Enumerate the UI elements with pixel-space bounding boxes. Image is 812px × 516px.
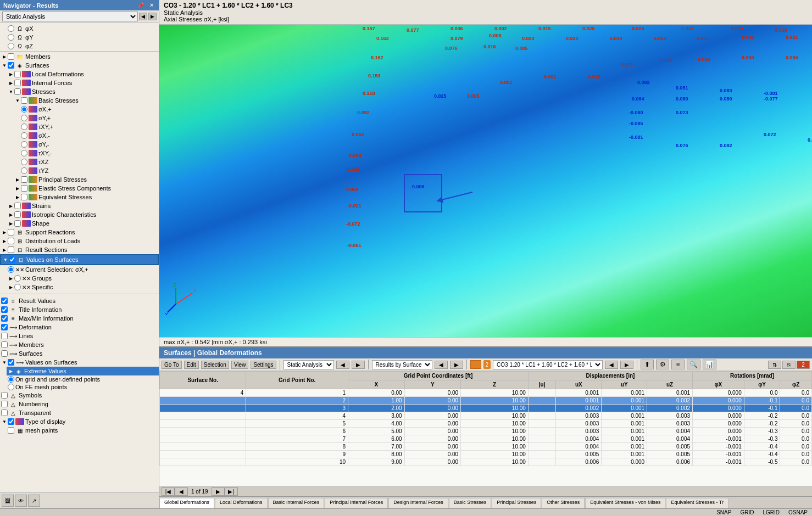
expand-stresses[interactable]: ▼ [8,88,14,95]
first-page-btn[interactable]: |◀ [162,487,175,496]
radio-phi-x[interactable] [8,25,14,32]
check-equivalent-stresses[interactable] [21,194,27,200]
next-co-btn[interactable]: ▶ [620,361,633,369]
lgrid-status[interactable]: LGRID [763,509,780,515]
check-stresses[interactable] [14,88,21,95]
bottom-tab-8[interactable]: Equivalent Stresses - von Mises [585,498,665,508]
check-internal-forces[interactable] [14,80,21,86]
radio-on-grid[interactable] [8,376,14,383]
check-values-surfaces-node[interactable] [8,359,14,366]
expand-isotropic[interactable]: ▶ [8,211,14,218]
expand-dist-loads[interactable]: ▶ [1,238,8,244]
zoom-btn[interactable]: 🔍 [687,360,700,369]
tree-sigma-x-minus[interactable]: σX,- [20,131,159,140]
next-page-btn[interactable]: ▶ [212,487,225,496]
radio-groups[interactable] [14,275,21,282]
tree-isotropic[interactable]: ▶ Isotropic Characteristics [7,210,159,219]
tree-phi-z[interactable]: Ω φZ [7,42,159,51]
nav-tool-eye[interactable]: 👁 [15,495,27,507]
last-page-btn[interactable]: ▶| [225,487,238,496]
tree-tau-yz[interactable]: τYZ [20,166,159,175]
radio-tau-xy-plus[interactable] [21,124,27,130]
expand-principal-stresses[interactable]: ▶ [14,176,21,183]
check-members-node[interactable] [1,341,8,348]
expand-equivalent-stresses[interactable]: ▶ [14,194,21,200]
table-row[interactable]: 76.000.0010.000.0040.0010.004-0.001-0.30… [160,435,812,443]
tree-distribution-loads[interactable]: ▶ ⊞ Distribution of Loads [0,237,159,245]
nav-close-button[interactable]: ✕ [148,2,155,9]
table-row[interactable]: 87.000.0010.000.0040.0010.005-0.001-0.40… [160,443,812,451]
tree-current-selection[interactable]: ✕✕ Current Selection: σX,+ [7,265,159,274]
tree-shape[interactable]: ▶ Shape [7,219,159,228]
tree-members-node[interactable]: ⟿ Members [0,340,159,349]
expand-result-sections[interactable]: ▶ [1,246,8,253]
tree-symbols[interactable]: △ Symbols [0,391,159,400]
radio-current-selection[interactable] [8,266,14,273]
check-principal-stresses[interactable] [21,176,27,183]
radio-sigma-x-minus[interactable] [21,132,27,139]
radio-sigma-y-minus[interactable] [21,141,27,148]
menu-selection[interactable]: Selection [201,361,229,369]
radio-sigma-x-plus[interactable] [21,106,27,113]
tree-local-deformations[interactable]: ▶ Local Deformations [7,70,159,78]
check-local-def[interactable] [14,71,21,77]
tree-result-values[interactable]: ≡ Result Values [0,296,159,305]
check-surfaces-node[interactable] [1,350,8,357]
tree-equivalent-stresses[interactable]: ▶ Equivalent Stresses [13,193,159,201]
tree-surfaces[interactable]: ▼ ◈ Surfaces [0,61,159,70]
menu-goto[interactable]: Go To [162,361,182,369]
prev-co-btn[interactable]: ◀ [605,361,618,369]
table-row[interactable]: 109.000.0010.000.0060.0000.006-0.001-0.5… [160,458,812,466]
check-basic-stresses[interactable] [21,97,27,104]
tree-result-sections[interactable]: ▶ ⊡ Result Sections [0,245,159,254]
bottom-tab-1[interactable]: Local Deformations [215,498,268,508]
visualization-viewport[interactable]: 0.157 0.077 0.006 0.002 0.015 0.020 0.02… [159,25,812,337]
check-elastic-stress[interactable] [21,185,27,192]
expand-extreme-values[interactable]: ▶ [8,368,14,374]
tree-support-reactions[interactable]: ▶ ⊞ Support Reactions [0,228,159,237]
check-support-reactions[interactable] [8,229,14,235]
table-row[interactable]: 43.000.0010.000.0030.0010.0030.000-0.20.… [160,412,812,420]
tree-groups[interactable]: ▶ ✕✕ Groups [7,274,159,283]
tree-members[interactable]: ▶ 📁 Members [0,52,159,61]
table-row[interactable]: 21.000.0010.000.0010.0010.0020.000-0.10.… [160,397,812,405]
tree-stresses[interactable]: ▼ Stresses [7,87,159,96]
check-lines[interactable] [1,333,8,339]
analysis-select-bottom[interactable]: Static Analysis [283,360,334,369]
tree-on-fe-mesh[interactable]: On FE mesh points [7,383,159,391]
nav-pin-button[interactable]: 📌 [136,2,146,9]
analysis-select[interactable]: Static Analysis [2,12,138,21]
tree-on-grid-points[interactable]: On grid and user-defined points [7,375,159,383]
nav-prev-arrow[interactable]: ◀ [139,13,147,20]
menu-view[interactable]: View [231,361,249,369]
tree-phi-y[interactable]: Ω φY [7,33,159,42]
co-select[interactable]: CO3 1.20 * LC1 + 1.60 * LC2 + 1.60 * L..… [493,360,603,369]
check-result-sections[interactable] [8,246,14,253]
check-members[interactable] [8,53,14,60]
tree-mesh-paints[interactable]: ▦ mesh paints [7,426,159,435]
next-analysis-btn[interactable]: ▶ [352,361,365,369]
table-row[interactable]: 32.000.0010.000.0020.0010.0020.000-0.10.… [160,405,812,412]
radio-tau-xy-minus[interactable] [21,150,27,156]
expand-surfaces[interactable]: ▼ [1,62,8,69]
bottom-tab-0[interactable]: Global Deformations [159,498,214,508]
tree-values-on-surfaces-node[interactable]: ▼ ⟿ Values on Surfaces [0,358,159,367]
radio-fe-mesh[interactable] [8,384,14,390]
tree-tau-xz[interactable]: τXZ [20,158,159,166]
bottom-tab-4[interactable]: Design Internal Forces [388,498,448,508]
expand-type-of-display[interactable]: ▼ [1,418,8,425]
tree-internal-forces[interactable]: ▶ Internal Forces [7,78,159,87]
check-result-values[interactable] [1,298,8,304]
radio-tau-yz[interactable] [21,167,27,174]
table-row[interactable]: 410.000.0010.000.0010.0010.0010.0000.00.… [160,389,812,397]
nav-tool-cursor[interactable]: ↗ [28,495,40,507]
expand-specific[interactable]: ▶ [8,284,14,290]
check-symbols[interactable] [1,392,8,399]
check-mesh-paints[interactable] [8,427,14,434]
prev-analysis-btn[interactable]: ◀ [336,361,349,369]
check-shape[interactable] [14,220,21,227]
grid-status[interactable]: GRID [740,509,754,515]
expand-groups[interactable]: ▶ [8,275,14,282]
radio-sigma-y-plus[interactable] [21,115,27,121]
tree-tau-xy-plus[interactable]: τXY,+ [20,122,159,131]
